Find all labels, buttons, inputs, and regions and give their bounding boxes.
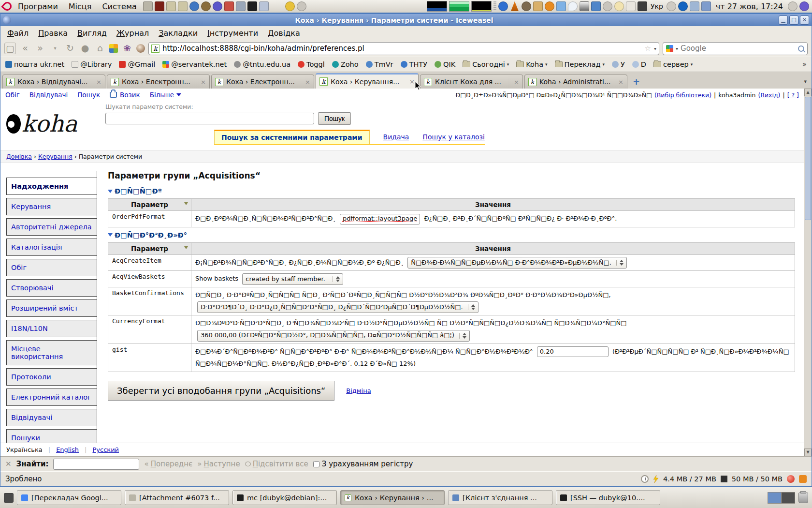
- bookmark-item[interactable]: @Library: [72, 60, 112, 68]
- network-monitor-applet[interactable]: [471, 1, 492, 12]
- grapes-icon[interactable]: ❀: [121, 43, 133, 54]
- web-search-input[interactable]: [681, 44, 796, 53]
- new-tab-button[interactable]: +: [629, 76, 644, 89]
- reload-icon[interactable]: ↻: [64, 43, 76, 54]
- sidebar-item-circulation[interactable]: Обіг: [6, 259, 97, 276]
- home-icon[interactable]: ⌂: [94, 43, 106, 54]
- taskbar-window-button-active[interactable]: kКоха › Керування › ...: [340, 490, 445, 505]
- sidebar-item-patrons[interactable]: Відвідувачі: [6, 409, 97, 426]
- close-button[interactable]: ×: [800, 15, 809, 25]
- card-tray-icon[interactable]: [580, 1, 589, 11]
- nav-patrons-link[interactable]: Відвідувачі: [29, 91, 68, 99]
- bookmark-folder[interactable]: Koha▾: [516, 60, 547, 68]
- scroll-down-icon[interactable]: ▼: [804, 448, 812, 456]
- display-launcher-icon[interactable]: [236, 1, 246, 11]
- tab-checkout[interactable]: Видача: [383, 133, 409, 144]
- bookmark-item[interactable]: пошта ukr.net: [5, 60, 64, 68]
- taskbar-window-button[interactable]: [SSH — dubyk@10....: [556, 490, 660, 505]
- taskbar-window-button[interactable]: mc [dubyk@debian]:...: [232, 490, 337, 505]
- tab-close-icon[interactable]: ×: [514, 78, 519, 86]
- tab-catalog-search[interactable]: Пошук у каталозі: [422, 133, 484, 144]
- syspref-search-input[interactable]: [105, 113, 314, 124]
- menu-view[interactable]: Вигляд: [72, 28, 112, 39]
- bookmark-item[interactable]: Zoho: [332, 60, 359, 68]
- match-case-checkbox[interactable]: [313, 461, 319, 467]
- bookmark-item[interactable]: @tntu.edu.ua: [234, 60, 290, 68]
- bird-launcher-icon[interactable]: [297, 1, 306, 11]
- url-dropdown-icon[interactable]: ▾: [654, 46, 656, 51]
- zotero-icon[interactable]: [136, 44, 145, 53]
- keyboard-layout-indicator[interactable]: Укр: [649, 2, 665, 10]
- logout-link[interactable]: (Вихід): [758, 91, 780, 99]
- sidebar-item-acquisitions[interactable]: Надходження: [6, 178, 97, 195]
- koha-logo[interactable]: koha: [6, 102, 105, 145]
- tablet-tray-icon[interactable]: [690, 1, 699, 11]
- tab[interactable]: kКоха › Електронн...×: [107, 75, 210, 89]
- star-tray-icon[interactable]: [545, 1, 554, 11]
- apps-grid-icon[interactable]: [109, 44, 118, 53]
- menu-bookmarks[interactable]: Закладки: [154, 28, 203, 39]
- menu-help[interactable]: Довідка: [263, 28, 305, 39]
- bookmark-item[interactable]: QIK: [435, 60, 455, 68]
- bookmark-folder[interactable]: Сьогодні▾: [463, 60, 509, 68]
- bookmark-item[interactable]: D: [632, 60, 646, 68]
- engine-dropdown-icon[interactable]: ▾: [676, 46, 678, 51]
- sidebar-item-searching[interactable]: Пошуки: [6, 429, 97, 443]
- panel-handle[interactable]: [493, 1, 496, 11]
- memory-usage[interactable]: 4.4 MB / 27 MB: [663, 475, 716, 483]
- nav-circulation-link[interactable]: Обіг: [5, 91, 20, 99]
- language-english-link[interactable]: English: [56, 446, 79, 453]
- trash-icon[interactable]: [798, 493, 808, 503]
- choose-library-link[interactable]: (Вибір бібліотеки): [654, 91, 711, 99]
- folder-launcher-icon[interactable]: [166, 1, 176, 11]
- workspace-switcher[interactable]: [768, 492, 795, 504]
- tab[interactable]: kКоха › Відвідувачі...×: [2, 75, 105, 89]
- column-header-param[interactable]: Параметр: [108, 199, 191, 211]
- pet-tray-icon[interactable]: [533, 1, 543, 11]
- monitor-tray-icon[interactable]: [638, 1, 647, 11]
- gist-input[interactable]: 0.20: [537, 346, 609, 357]
- forward-icon[interactable]: »: [34, 43, 46, 54]
- menu-system[interactable]: Система: [98, 1, 141, 12]
- tab-close-icon[interactable]: ×: [409, 78, 415, 85]
- browser-launcher-icon[interactable]: [189, 1, 199, 11]
- find-next-button[interactable]: »Наступне: [197, 460, 240, 468]
- back-icon[interactable]: «: [19, 43, 31, 54]
- red-status-icon[interactable]: [787, 475, 795, 483]
- web-search-box[interactable]: ▾: [663, 42, 808, 55]
- menu-tools[interactable]: Інструменти: [203, 28, 263, 39]
- bookmark-folder[interactable]: Переклад▾: [555, 60, 605, 68]
- terminal-launcher-icon[interactable]: [247, 1, 257, 11]
- tab-close-icon[interactable]: ×: [618, 78, 624, 86]
- sidebar-item-enhanced-content[interactable]: Розширений вміст: [6, 299, 97, 317]
- basketconfirmations-select[interactable]: Ð·Ð°Ð²Ð¶Ð´Ð¸ Ð·Ð°Ð¿Ð¸Ñ□Ñ□Ð²Ð°Ñ□Ð¸ Ð¿Ñ□Ð´…: [197, 301, 478, 313]
- tab-close-icon[interactable]: ×: [96, 78, 102, 86]
- files-launcher-icon[interactable]: [259, 1, 269, 11]
- minimize-button[interactable]: ▁: [779, 15, 788, 25]
- save-all-button[interactable]: Зберегти усі вподобання групи „Acquisiti…: [108, 381, 334, 401]
- workspace-1[interactable]: [768, 493, 781, 503]
- tab-close-icon[interactable]: ×: [201, 78, 206, 86]
- stop-icon[interactable]: ●: [79, 43, 91, 54]
- chat-tray-icon[interactable]: [568, 1, 578, 11]
- scroll-up-icon[interactable]: ▲: [804, 89, 812, 96]
- clipboard-tray-icon[interactable]: [626, 1, 636, 11]
- vertical-scrollbar[interactable]: ▲ ▼: [804, 89, 812, 456]
- column-header-param[interactable]: Параметр: [108, 242, 191, 254]
- bookmark-item[interactable]: Toggl: [298, 60, 325, 68]
- folder2-launcher-icon[interactable]: [178, 1, 188, 11]
- sidebar-item-protocols[interactable]: Протоколи: [6, 368, 97, 386]
- keyring-tray-icon[interactable]: [603, 1, 612, 11]
- teamviewer-tray-icon[interactable]: [498, 1, 508, 11]
- find-previous-button[interactable]: «Попереднє: [144, 460, 192, 468]
- help-link[interactable]: [ ? ]: [787, 91, 799, 99]
- printer-launcher-icon[interactable]: [224, 1, 234, 11]
- tab[interactable]: kКоха › Електронн...×: [211, 75, 314, 89]
- globe-tray-icon[interactable]: [799, 1, 809, 11]
- section-printing[interactable]: Ð□Ñ□Ñ□Ðº: [108, 187, 795, 195]
- mouse-launcher-icon[interactable]: [201, 1, 211, 11]
- url-input[interactable]: [162, 44, 642, 53]
- vlc-tray-icon[interactable]: [510, 1, 520, 11]
- memory-limit[interactable]: 50 MB / 50 MB: [732, 475, 783, 483]
- menu-applications[interactable]: Програми: [14, 1, 62, 12]
